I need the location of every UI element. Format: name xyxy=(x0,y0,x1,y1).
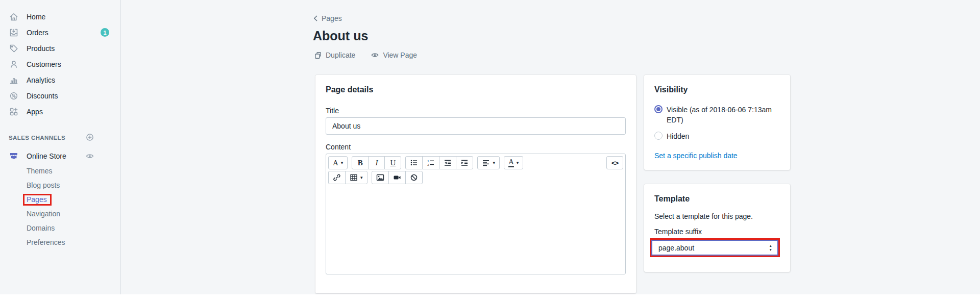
template-suffix-select[interactable]: page.about ▲ ▼ xyxy=(651,240,778,256)
sidebar: Home Orders 1 Products Customers xyxy=(0,0,121,294)
caret-down-icon: ▾ xyxy=(360,175,363,180)
paragraph-style-button[interactable]: A ▾ xyxy=(328,156,348,169)
sidebar-item-orders[interactable]: Orders 1 xyxy=(0,24,120,40)
code-icon: <> xyxy=(611,159,618,167)
page-title: About us xyxy=(313,29,368,43)
set-publish-date-link[interactable]: Set a specific publish date xyxy=(654,152,738,160)
sidebar-item-themes[interactable]: Themes xyxy=(0,164,120,178)
italic-button[interactable]: I xyxy=(368,156,385,169)
bottom-strip xyxy=(0,294,980,302)
caret-down-icon: ▾ xyxy=(517,161,519,165)
template-suffix-label: Template suffix xyxy=(654,228,780,236)
alignment-button[interactable]: ▾ xyxy=(477,156,500,169)
chevron-left-icon xyxy=(313,15,318,21)
orders-icon xyxy=(9,28,19,38)
duplicate-icon xyxy=(314,51,322,59)
sidebar-item-discounts[interactable]: Discounts xyxy=(0,88,120,104)
card-heading: Page details xyxy=(326,85,626,94)
video-icon xyxy=(393,173,401,182)
template-card: Template Select a template for this page… xyxy=(644,184,790,272)
visible-radio-option[interactable]: Visible (as of 2018-06-06 7:13am EDT) xyxy=(654,105,780,125)
title-input[interactable] xyxy=(326,117,626,135)
insert-link-button[interactable] xyxy=(328,171,346,184)
breadcrumb[interactable]: Pages xyxy=(313,14,342,22)
sidebar-item-navigation[interactable]: Navigation xyxy=(0,207,120,221)
radio-unselected[interactable] xyxy=(654,132,663,140)
rich-text-editor: A ▾ B I U 12 xyxy=(326,154,626,274)
sidebar-item-label: Customers xyxy=(27,60,61,68)
text-color-button[interactable]: A ▾ xyxy=(504,156,523,169)
duplicate-button[interactable]: Duplicate xyxy=(314,51,355,59)
card-heading: Visibility xyxy=(654,85,780,94)
page-actions: Duplicate View Page xyxy=(314,51,417,59)
bullet-list-button[interactable] xyxy=(405,156,423,169)
clear-formatting-icon xyxy=(410,173,418,182)
numbered-list-button[interactable]: 12 xyxy=(422,156,439,169)
orders-count-badge: 1 xyxy=(101,28,109,37)
indent-button[interactable] xyxy=(456,156,473,169)
sidebar-item-preferences[interactable]: Preferences xyxy=(0,235,120,249)
annotation-box-pages: Pages xyxy=(23,194,52,206)
sidebar-item-label: Orders xyxy=(27,29,48,37)
sidebar-item-label: Discounts xyxy=(27,92,58,100)
annotation-box-template-select: page.about ▲ ▼ xyxy=(650,238,780,257)
sidebar-item-pages[interactable]: Pages xyxy=(0,192,120,207)
sidebar-item-blog-posts[interactable]: Blog posts xyxy=(0,178,120,192)
code-view-button[interactable]: <> xyxy=(606,156,623,169)
sidebar-item-online-store[interactable]: Online Store xyxy=(0,148,120,164)
sidebar-item-products[interactable]: Products xyxy=(0,40,120,56)
add-sales-channel-button[interactable] xyxy=(85,133,94,142)
online-store-subnav: Themes Blog posts Pages Navigation Domai… xyxy=(0,164,120,249)
link-icon xyxy=(333,173,341,182)
breadcrumb-label[interactable]: Pages xyxy=(322,14,342,22)
svg-text:1: 1 xyxy=(428,160,430,163)
radio-selected[interactable] xyxy=(654,105,663,113)
shopify-admin: Home Orders 1 Products Customers xyxy=(0,0,980,302)
analytics-icon xyxy=(9,75,19,85)
customers-icon xyxy=(9,59,19,69)
outdent-button[interactable] xyxy=(439,156,456,169)
online-store-icon xyxy=(9,151,19,161)
page-details-card: Page details Title Content A ▾ B I U xyxy=(315,75,636,293)
apps-icon xyxy=(9,107,19,117)
sidebar-item-customers[interactable]: Customers xyxy=(0,56,120,72)
numbered-list-icon: 12 xyxy=(427,159,435,167)
view-page-button[interactable]: View Page xyxy=(371,51,417,59)
align-left-icon xyxy=(482,159,490,167)
hidden-radio-option[interactable]: Hidden xyxy=(654,131,780,141)
template-description: Select a template for this page. xyxy=(654,212,780,220)
sidebar-item-label: Products xyxy=(27,44,55,53)
sales-channels-header: SALES CHANNELS xyxy=(0,134,120,142)
clear-formatting-button[interactable] xyxy=(405,171,423,184)
insert-table-button[interactable]: ▾ xyxy=(345,171,368,184)
card-heading: Template xyxy=(654,194,780,204)
caret-down-icon: ▾ xyxy=(493,161,495,165)
image-icon xyxy=(376,173,384,182)
sidebar-item-label: Home xyxy=(27,13,45,21)
discounts-icon xyxy=(9,91,19,101)
underline-button[interactable]: U xyxy=(384,156,401,169)
main-nav: Home Orders 1 Products Customers xyxy=(0,0,120,119)
sidebar-item-domains[interactable]: Domains xyxy=(0,221,120,235)
view-store-eye-icon[interactable] xyxy=(85,152,94,161)
table-icon xyxy=(350,173,358,182)
content-editor[interactable] xyxy=(326,186,625,274)
sales-channels-label: SALES CHANNELS xyxy=(9,135,65,141)
products-icon xyxy=(9,43,19,54)
sidebar-item-label: Analytics xyxy=(27,76,55,84)
pages-link[interactable]: Pages xyxy=(27,195,47,204)
insert-video-button[interactable] xyxy=(388,171,406,184)
sidebar-item-apps[interactable]: Apps xyxy=(0,104,120,119)
home-icon xyxy=(9,12,19,22)
indent-icon xyxy=(460,159,469,167)
sidebar-item-analytics[interactable]: Analytics xyxy=(0,72,120,88)
editor-toolbar: A ▾ B I U 12 xyxy=(326,154,625,186)
svg-text:2: 2 xyxy=(428,163,430,166)
visibility-card: Visibility Visible (as of 2018-06-06 7:1… xyxy=(644,75,790,170)
sidebar-item-home[interactable]: Home xyxy=(0,9,120,24)
eye-icon xyxy=(371,51,379,59)
content-label: Content xyxy=(326,143,626,151)
bold-button[interactable]: B xyxy=(352,156,369,169)
selected-option: page.about xyxy=(658,244,694,252)
insert-image-button[interactable] xyxy=(372,171,389,184)
